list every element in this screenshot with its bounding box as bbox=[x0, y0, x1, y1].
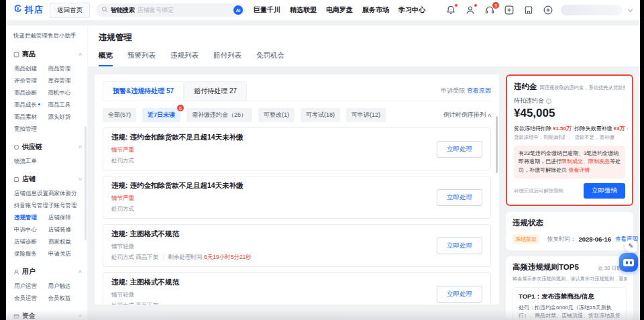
handle-now-button[interactable]: 立即处理 bbox=[437, 237, 482, 254]
sidebar-item-商品创建[interactable]: 商品创建 bbox=[14, 65, 48, 73]
violation-title: 违规: 主图格式不规范 bbox=[111, 278, 179, 287]
sidebar-item-评价管理[interactable]: 评价管理 bbox=[14, 77, 48, 85]
bell-red-dot bbox=[455, 4, 458, 7]
list-scrollbar[interactable] bbox=[496, 116, 498, 173]
handle-now-button[interactable]: 立即处理 bbox=[437, 189, 482, 206]
sidebar-item-库存管理[interactable]: 库存管理 bbox=[48, 77, 83, 85]
info-icon[interactable]: i bbox=[546, 99, 551, 104]
box-icon bbox=[13, 48, 19, 60]
sidebar-scrollbar[interactable] bbox=[85, 126, 87, 240]
top1-rule-card: TOP1：发布违禁商品/信息 处罚：扣违约金6000元（冻结15天后执行）、商品… bbox=[513, 287, 627, 320]
page-tabs: 概览预警列表违规列表赔付列表免罚机会 bbox=[99, 51, 629, 66]
topnav-link[interactable]: 精选联盟 bbox=[290, 5, 317, 15]
back-home-button[interactable]: 返回首页 bbox=[50, 3, 90, 18]
user-icon[interactable] bbox=[465, 5, 476, 15]
sidebar-item-商机中心[interactable]: 商机中心 bbox=[48, 89, 83, 97]
plus-circle-icon[interactable] bbox=[543, 5, 553, 15]
sidebar-item-源头好货[interactable]: 源头好货 bbox=[48, 113, 83, 121]
sort-control[interactable]: 倒计时倒序排列 ∧ bbox=[443, 111, 491, 119]
sidebar-item-商家权益[interactable]: 商家权益 bbox=[48, 238, 82, 246]
feedback-edit-button[interactable]: ✎ bbox=[625, 239, 637, 252]
panel-tab[interactable]: 预警&违规待处理 57 bbox=[103, 81, 184, 101]
sidebar-item-竞拍管理[interactable]: 竞拍管理 bbox=[14, 125, 48, 134]
sidebar-item-用户运营[interactable]: 用户运营 bbox=[14, 282, 48, 290]
penalty-col[interactable]: 货款冻结待扣除¥1.50万› 货款冻结中，到期后扣除 bbox=[514, 125, 565, 141]
headset-icon[interactable]: 3 bbox=[484, 5, 495, 15]
chevron-up-icon: ∧ bbox=[78, 269, 83, 274]
sidebar-item-店铺信息设置[interactable]: 店铺信息设置 bbox=[14, 190, 48, 198]
sidebar-item-店铺诊断[interactable]: 店铺诊断 bbox=[14, 238, 48, 246]
pay-now-button[interactable]: 立即缴纳 bbox=[584, 183, 625, 199]
sidebar-section-header[interactable]: 用户 ∧ bbox=[13, 266, 82, 278]
sidebar-item-商品素材[interactable]: 商品素材 bbox=[14, 113, 48, 121]
topnav-link[interactable]: 巨量千川 bbox=[254, 5, 280, 15]
user-area-blurred[interactable] bbox=[561, 5, 623, 15]
doudian-logo[interactable]: 抖店 bbox=[13, 4, 44, 17]
sidebar-section-title: 供应链 bbox=[22, 142, 42, 152]
penalty-card: 违约金 因违规收取的违约金，系统优先从货款扣除 待扣违约金 i ¥45,005 … bbox=[506, 74, 633, 206]
sidebar-item-物流工单[interactable]: 物流工单 bbox=[14, 158, 48, 166]
sidebar-section-header[interactable]: 资金 ∧ bbox=[13, 310, 82, 320]
top5-subtitle: 将会展示多次违规的规则，请认真学习违规规则，避免再次违规 bbox=[513, 276, 627, 282]
sidebar-item-申诉中心[interactable]: 申诉中心 bbox=[14, 226, 48, 234]
sidebar-quick-link[interactable]: 快递拦截管理 bbox=[13, 32, 48, 40]
penalty-col[interactable]: 扣除失败需补缴¥3万› 货款不足，需补缴 bbox=[570, 125, 626, 141]
page-tab-概览[interactable]: 概览 bbox=[99, 51, 113, 66]
user-red-dot bbox=[474, 4, 477, 7]
sidebar-item-商品管理[interactable]: 商品管理 bbox=[48, 65, 83, 73]
handle-now-button[interactable]: 立即处理 bbox=[437, 141, 482, 158]
view-details-link[interactable]: 查看详情 bbox=[568, 167, 590, 173]
page-tab-免罚机会[interactable]: 免罚机会 bbox=[256, 51, 284, 66]
sidebar-item-抖音账号管理[interactable]: 抖音账号管理 bbox=[14, 202, 48, 210]
filter-chip[interactable]: 全部(57) bbox=[103, 108, 136, 122]
topnav-link[interactable]: 服务市场 bbox=[362, 5, 389, 15]
sidebar-item-商家体验分[interactable]: 商家体验分 bbox=[48, 190, 82, 198]
sidebar-quick-link[interactable]: 售后小助手 bbox=[48, 32, 82, 40]
search-ai-icon[interactable]: AI bbox=[233, 5, 243, 15]
penalty-col-value: ¥3万 bbox=[614, 125, 625, 132]
status-title: 违规状态 bbox=[513, 218, 627, 228]
topbar-icons: 3 bbox=[445, 5, 553, 15]
filter-chip[interactable]: 可整改(1) bbox=[258, 108, 294, 122]
sidebar-item-商品工具[interactable]: 商品工具 bbox=[48, 101, 83, 109]
panel-tab[interactable]: 赔付待处理 27 bbox=[184, 81, 247, 101]
chevron-down-icon[interactable] bbox=[628, 7, 633, 11]
sidebar-section-header[interactable]: 商品 ∧ bbox=[13, 48, 82, 60]
sidebar-item-会员权益[interactable]: 会员权益 bbox=[48, 295, 83, 303]
bell-icon[interactable] bbox=[445, 5, 456, 15]
appeal-limited-label: 申诉受限 bbox=[441, 87, 465, 94]
topnav-link[interactable]: 学习中心 bbox=[398, 5, 425, 15]
handle-now-button[interactable]: 立即处理 bbox=[437, 286, 482, 303]
violation-items: 违规: 违约金扣除货款不足且超14天未补缴 情节严重 处罚方式 立即处理 违规:… bbox=[103, 127, 491, 305]
penalty-subtitle: 因违规收取的违约金，系统优先从货款扣除 bbox=[540, 85, 626, 91]
pending-penalty-amount: ¥45,005 bbox=[514, 107, 625, 120]
top5-title: 高频违规规则TOP5 bbox=[513, 262, 579, 272]
sidebar-item-商品诊断[interactable]: 商品诊断 bbox=[14, 89, 48, 97]
sidebar-item-违规管理[interactable]: 违规管理 bbox=[14, 214, 48, 222]
plus-square-icon[interactable] bbox=[504, 5, 515, 15]
sidebar-section-header[interactable]: 供应链 ∧ bbox=[13, 141, 82, 153]
shop-window-icon[interactable] bbox=[523, 5, 534, 15]
filter-chip[interactable]: 近7日未读6 bbox=[142, 108, 180, 122]
filter-chip[interactable]: 可申诉(12) bbox=[346, 108, 386, 122]
sidebar-section-header[interactable]: 店铺 ∨ bbox=[13, 173, 82, 185]
chevron-up-icon: ∧ bbox=[78, 313, 83, 319]
ai-assistant-button[interactable] bbox=[619, 253, 638, 272]
page-tab-赔付列表[interactable]: 赔付列表 bbox=[213, 51, 241, 66]
appeal-reason-link[interactable]: 查看原因 bbox=[467, 87, 491, 94]
sidebar-item-商品成长[interactable]: 商品成长 bbox=[14, 101, 48, 109]
sidebar-item-会员运营[interactable]: 会员运营 bbox=[14, 295, 48, 303]
sidebar-item-店铺保障[interactable]: 店铺保障 bbox=[48, 214, 82, 222]
topnav-link[interactable]: 电商罗盘 bbox=[326, 5, 353, 15]
headset-badge: 3 bbox=[492, 2, 499, 9]
sidebar-item-申请关店[interactable]: 申请关店 bbox=[48, 250, 82, 258]
search-input[interactable]: 智能搜索 店铺账号绑定 AI bbox=[96, 3, 245, 17]
page-tab-预警列表[interactable]: 预警列表 bbox=[127, 51, 156, 66]
sidebar-item-店铺装修[interactable]: 店铺装修 bbox=[48, 226, 82, 234]
sidebar-item-子账号管理[interactable]: 子账号管理 bbox=[48, 202, 82, 210]
sidebar-item-保险服务[interactable]: 保险服务 bbox=[14, 250, 48, 258]
filter-chip[interactable]: 需补缴违约金（26） bbox=[186, 108, 252, 122]
sidebar-item-用户触达[interactable]: 用户触达 bbox=[48, 282, 83, 290]
filter-chip[interactable]: 可考试(18) bbox=[301, 108, 340, 122]
page-tab-违规列表[interactable]: 违规列表 bbox=[170, 51, 199, 66]
